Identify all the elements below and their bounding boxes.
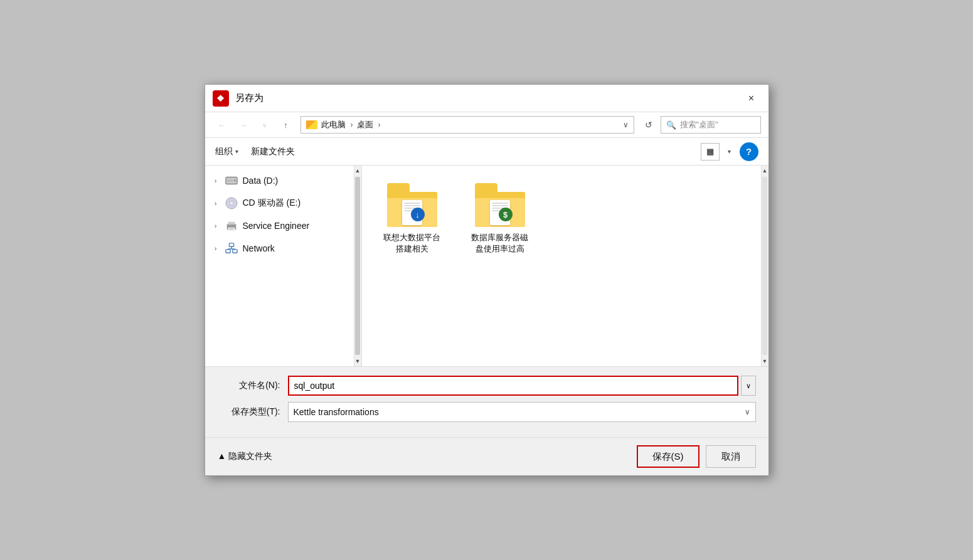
view-button[interactable]: ▦ [701,143,720,161]
svg-rect-7 [228,222,235,225]
dialog-title: 另存为 [235,92,742,104]
address-dropdown-button[interactable]: ∨ [623,120,629,129]
doc-icon: $ [490,200,510,225]
sidebar-item-service-engineer[interactable]: › Service Engineer [205,214,361,237]
sidebar-item-network[interactable]: › Network [205,237,361,260]
chevron-icon: › [211,245,220,252]
sidebar: › Data (D:) › [205,166,362,366]
app-icon: ❖ [213,90,229,107]
file-item-db[interactable]: $ 数据库服务器磁盘使用率过高 [462,178,538,260]
file-label-db: 数据库服务器磁盘使用率过高 [471,232,528,255]
title-bar: ❖ 另存为 × [205,85,768,112]
svg-rect-12 [232,250,237,253]
file-scroll-up[interactable]: ▲ [761,166,768,176]
navigation-toolbar: ← → ∨ ↑ 此电脑 › 桌面 › ∨ ↺ 🔍 搜索"桌面" [205,112,768,138]
bottom-area: ▲ 隐藏文件夹 保存(S) 取消 [205,437,768,475]
forward-button[interactable]: → [234,116,253,134]
file-area: ↓ 联想大数据平台搭建相关 [362,166,768,366]
address-separator-1: › [351,120,353,129]
filename-row: 文件名(N): ∨ [218,376,756,396]
action-bar-right: ▦ ▾ ? [701,142,758,161]
organize-chevron: ▾ [235,148,238,155]
up-button[interactable]: ↑ [277,116,295,134]
sidebar-scrollbar[interactable]: ▲ ▼ [354,166,361,366]
search-placeholder-text: 搜索"桌面" [680,119,718,130]
filetype-dropdown[interactable]: Kettle transformations ∨ [288,402,756,422]
svg-point-5 [230,203,231,204]
hide-folders-label: ▲ 隐藏文件夹 [218,451,273,462]
address-part-desktop: 桌面 [357,119,373,130]
svg-rect-9 [229,229,233,230]
hide-folders-button[interactable]: ▲ 隐藏文件夹 [218,451,273,462]
sidebar-scroll-down[interactable]: ▼ [354,356,361,366]
filetype-row: 保存类型(T): Kettle transformations ∨ [218,402,756,422]
svg-rect-2 [226,179,232,182]
close-button[interactable]: × [742,89,761,108]
filename-input[interactable] [288,376,738,396]
address-separator-2: › [378,120,381,129]
refresh-button[interactable]: ↺ [639,116,658,134]
view-dropdown-button[interactable]: ▾ [725,143,735,161]
cd-icon [225,198,238,209]
hdd-icon [225,175,238,186]
address-part-computer: 此电脑 [321,119,346,130]
cancel-button[interactable]: 取消 [706,445,756,468]
svg-rect-11 [225,250,230,253]
sidebar-label-network: Network [243,243,275,253]
folder-icon-db: $ [475,183,525,227]
new-folder-button[interactable]: 新建文件夹 [251,146,295,157]
sidebar-scroll-thumb[interactable] [355,177,360,355]
chevron-icon: › [211,177,220,184]
nav-dropdown-button[interactable]: ∨ [255,116,274,134]
sidebar-label-service-engineer: Service Engineer [243,221,310,231]
chevron-icon: › [211,222,220,230]
svg-rect-10 [229,243,233,246]
chevron-icon: › [211,199,220,207]
sidebar-item-data-drive[interactable]: › Data (D:) [205,169,361,192]
filetype-label: 保存类型(T): [218,406,280,418]
bottom-buttons: 保存(S) 取消 [637,445,756,468]
search-bar[interactable]: 🔍 搜索"桌面" [661,116,761,134]
blue-overlay-icon: ↓ [411,208,425,221]
folder-icon [306,120,317,129]
main-area: › Data (D:) › [205,166,768,366]
search-icon: 🔍 [666,120,676,130]
filename-label: 文件名(N): [218,380,280,391]
action-bar: 组织 ▾ 新建文件夹 ▦ ▾ ? [205,138,768,166]
filetype-dropdown-arrow: ∨ [745,408,750,416]
file-scroll-down[interactable]: ▼ [761,356,768,366]
back-button[interactable]: ← [213,116,231,134]
sidebar-label-cd-drive: CD 驱动器 (E:) [243,198,301,209]
file-area-scrollbar[interactable]: ▲ ▼ [761,166,768,366]
sidebar-label-data-drive: Data (D:) [243,176,279,186]
save-button[interactable]: 保存(S) [637,445,699,468]
green-overlay-icon: $ [499,208,513,221]
address-bar[interactable]: 此电脑 › 桌面 › ∨ [300,116,634,134]
help-button[interactable]: ? [740,142,758,161]
save-as-dialog: ❖ 另存为 × ← → ∨ ↑ 此电脑 › 桌面 › ∨ ↺ 🔍 搜索"桌面" … [205,84,769,476]
sidebar-item-cd-drive[interactable]: › CD 驱动器 (E:) [205,192,361,214]
form-area: 文件名(N): ∨ 保存类型(T): Kettle transformation… [205,366,768,437]
file-scroll-thumb[interactable] [762,177,767,355]
printer-icon [225,220,238,231]
filename-dropdown-button[interactable]: ∨ [741,376,756,396]
sidebar-scroll-up[interactable]: ▲ [354,166,361,176]
doc-icon: ↓ [402,200,422,225]
file-item-lenovo[interactable]: ↓ 联想大数据平台搭建相关 [375,178,450,260]
file-label-lenovo: 联想大数据平台搭建相关 [383,232,440,255]
organize-button[interactable]: 组织 ▾ [215,146,238,157]
filetype-value: Kettle transformations [294,407,379,417]
network-icon [225,243,238,254]
folder-icon-lenovo: ↓ [387,183,437,227]
svg-point-1 [233,179,237,182]
